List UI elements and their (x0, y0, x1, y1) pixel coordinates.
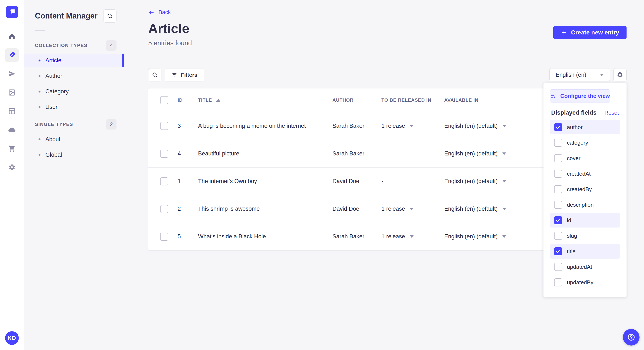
help-button[interactable] (623, 329, 640, 346)
column-header-author[interactable]: AUTHOR (332, 97, 382, 103)
media-library-icon[interactable] (5, 86, 19, 99)
column-header-title[interactable]: TITLE (198, 97, 332, 103)
section-count-badge: 4 (106, 40, 116, 51)
nav-rail: KD (0, 0, 24, 350)
field-label: createdAt (567, 171, 590, 177)
cell-release[interactable]: 1 release (382, 233, 444, 240)
sidebar-item-user[interactable]: User (24, 100, 124, 114)
help-icon (627, 333, 636, 342)
field-toggle-description[interactable]: description (550, 197, 620, 212)
select-all-checkbox[interactable] (160, 96, 168, 104)
field-toggle-createdAt[interactable]: createdAt (550, 167, 620, 181)
chevron-down-icon (502, 180, 506, 182)
locale-select[interactable]: English (en) (550, 68, 610, 81)
field-toggle-id[interactable]: id (550, 213, 620, 227)
field-toggle-updatedAt[interactable]: updatedAt (550, 260, 620, 274)
field-toggle-title[interactable]: title (550, 244, 620, 259)
configure-list-icon (550, 93, 556, 99)
sidebar-item-article[interactable]: Article (24, 54, 124, 67)
cell-title: Beautiful picture (198, 150, 332, 157)
cell-id: 1 (178, 178, 198, 184)
back-arrow-icon (148, 9, 154, 15)
row-checkbox[interactable] (160, 122, 168, 130)
field-checkbox[interactable] (554, 247, 562, 255)
cell-id: 4 (178, 150, 198, 157)
row-checkbox[interactable] (160, 205, 168, 213)
field-checkbox[interactable] (554, 154, 562, 162)
cell-locale-value: English (en) (default) (444, 150, 498, 157)
field-checkbox[interactable] (554, 232, 562, 240)
subnav-section: COLLECTION TYPES 4 Article Author Catego… (24, 40, 124, 114)
cart-icon[interactable] (5, 142, 19, 156)
cell-id: 2 (178, 206, 198, 212)
cell-release-value: - (382, 178, 383, 184)
subnav-item-label: Author (45, 73, 62, 79)
cell-title: What's inside a Black Hole (198, 233, 332, 240)
field-checkbox[interactable] (554, 201, 562, 209)
cell-locale-value: English (en) (default) (444, 233, 498, 240)
field-label: category (567, 140, 588, 146)
table-search-button[interactable] (148, 68, 162, 81)
view-settings-gear-button[interactable] (613, 68, 626, 81)
sort-ascending-icon (216, 99, 220, 102)
content-manager-feather-icon[interactable] (5, 48, 19, 62)
field-checkbox[interactable] (554, 185, 562, 193)
row-checkbox[interactable] (160, 233, 168, 241)
field-checkbox[interactable] (554, 123, 562, 131)
sidebar-item-about[interactable]: About (24, 133, 124, 146)
back-link[interactable]: Back (148, 9, 171, 15)
field-label: updatedBy (567, 279, 593, 286)
cell-locale-value: English (en) (default) (444, 206, 498, 212)
create-new-entry-button[interactable]: Create new entry (553, 26, 626, 39)
field-checkbox[interactable] (554, 263, 562, 271)
bullet-icon (38, 91, 40, 93)
configure-the-view-button[interactable]: Configure the view (550, 89, 610, 103)
field-toggle-category[interactable]: category (550, 136, 620, 150)
field-checkbox[interactable] (554, 216, 562, 224)
field-label: cover (567, 155, 580, 162)
row-checkbox[interactable] (160, 177, 168, 185)
section-label: SINGLE TYPES (35, 122, 73, 127)
section-label: COLLECTION TYPES (35, 43, 88, 48)
field-label: updatedAt (567, 264, 592, 270)
sidebar-item-author[interactable]: Author (24, 69, 124, 83)
field-toggle-cover[interactable]: cover (550, 151, 620, 166)
displayed-fields-list: author category cover createdAt createdB (550, 120, 620, 290)
layout-icon[interactable] (5, 104, 19, 118)
sidebar-item-global[interactable]: Global (24, 148, 124, 162)
chevron-down-icon (410, 208, 414, 210)
column-header-to-be-released-in[interactable]: TO BE RELEASED IN (382, 97, 444, 103)
search-icon (152, 72, 158, 78)
bullet-icon (38, 138, 40, 140)
field-checkbox[interactable] (554, 139, 562, 147)
home-icon[interactable] (5, 29, 19, 43)
cell-release[interactable]: - (382, 178, 444, 184)
subnav-search-button[interactable] (103, 9, 116, 22)
settings-gear-icon[interactable] (5, 161, 19, 174)
cell-release[interactable]: 1 release (382, 206, 444, 212)
field-toggle-author[interactable]: author (550, 120, 620, 134)
cloud-icon[interactable] (5, 123, 19, 137)
strapi-logo[interactable] (6, 6, 18, 18)
column-header-id[interactable]: ID (178, 97, 198, 103)
row-checkbox[interactable] (160, 150, 168, 158)
field-checkbox[interactable] (554, 170, 562, 178)
check-icon (556, 217, 561, 223)
field-checkbox[interactable] (554, 278, 562, 286)
cell-release[interactable]: - (382, 150, 444, 157)
avatar[interactable]: KD (5, 331, 19, 345)
field-toggle-slug[interactable]: slug (550, 229, 620, 243)
field-toggle-updatedBy[interactable]: updatedBy (550, 275, 620, 290)
content-manager-subnav: Content Manager COLLECTION TYPES 4 Artic… (24, 0, 124, 350)
subnav-title: Content Manager (35, 11, 98, 20)
chevron-down-icon (410, 235, 414, 238)
send-icon[interactable] (5, 67, 19, 81)
filters-button[interactable]: Filters (165, 68, 204, 81)
reset-link[interactable]: Reset (604, 110, 619, 116)
chevron-down-icon (600, 74, 604, 76)
field-toggle-createdBy[interactable]: createdBy (550, 182, 620, 196)
cell-locale-value: English (en) (default) (444, 178, 498, 184)
cell-release[interactable]: 1 release (382, 123, 444, 129)
cell-author: Sarah Baker (332, 150, 382, 157)
sidebar-item-category[interactable]: Category (24, 85, 124, 98)
